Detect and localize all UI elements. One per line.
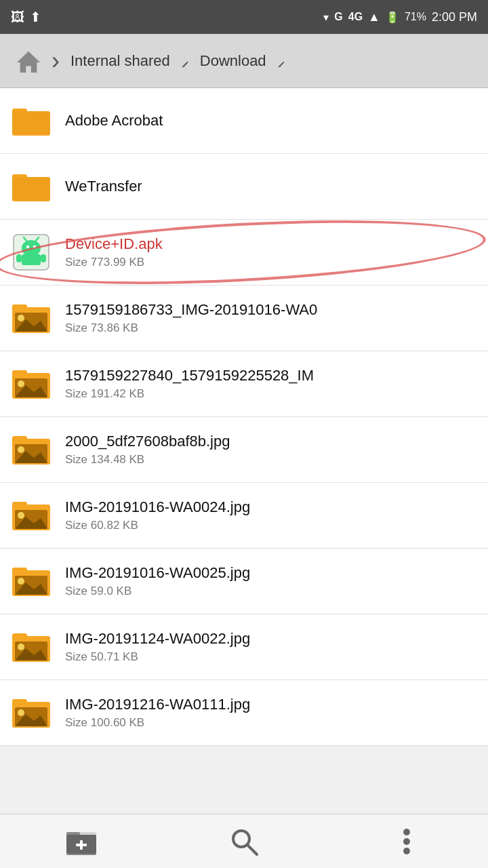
file-size: Size 50.71 KB	[65, 650, 477, 664]
svg-point-9	[26, 245, 29, 248]
file-name: IMG-20191124-WA0022.jpg	[65, 630, 477, 648]
svg-point-21	[18, 315, 24, 321]
image-folder-container	[11, 561, 52, 601]
svg-point-8	[22, 240, 41, 256]
svg-rect-6	[12, 177, 50, 200]
file-info: Device+ID.apk Size 773.99 KB	[65, 235, 477, 269]
svg-rect-17	[12, 304, 27, 311]
status-bar: 🖼 ⬆ ▾ G 4G ▲ 🔋 71% 2:00 PM	[0, 0, 488, 34]
svg-line-65	[247, 845, 257, 854]
image-folder-icon	[12, 432, 50, 467]
svg-point-68	[403, 848, 410, 854]
home-icon	[16, 48, 41, 74]
file-size: Size 59.0 KB	[65, 585, 477, 598]
svg-point-10	[33, 245, 36, 248]
list-item[interactable]: Device+ID.apk Size 773.99 KB	[0, 220, 488, 285]
file-size: Size 773.99 KB	[65, 256, 477, 269]
svg-rect-41	[12, 568, 27, 574]
svg-point-67	[403, 838, 410, 845]
breadcrumb-internal[interactable]: Internal shared	[62, 52, 178, 70]
list-item[interactable]: Adobe Acrobat	[0, 88, 488, 154]
file-size: Size 134.48 KB	[65, 453, 477, 467]
file-info: IMG-20191216-WA0111.jpg Size 100.60 KB	[65, 696, 477, 730]
breadcrumb-download[interactable]: Download	[192, 52, 274, 70]
file-info: IMG-20191124-WA0022.jpg Size 50.71 KB	[65, 630, 477, 664]
image-folder-icon	[12, 629, 50, 665]
list-item[interactable]: 1579159227840_1579159225528_IM Size 191.…	[0, 351, 488, 417]
svg-rect-13	[22, 254, 41, 265]
image-folder-container	[11, 298, 52, 338]
image-folder-container	[11, 429, 52, 470]
image-folder-container	[11, 627, 52, 667]
list-item[interactable]: 1579159186733_IMG-20191016-WA0 Size 73.8…	[0, 285, 488, 351]
file-list: Adobe Acrobat WeTransfer Device+ID.apk S…	[0, 88, 488, 746]
file-name: 1579159186733_IMG-20191016-WA0	[65, 301, 477, 319]
file-size: Size 191.42 KB	[65, 387, 477, 401]
search-icon	[229, 827, 259, 856]
file-name: WeTransfer	[65, 178, 477, 195]
file-info: 1579159186733_IMG-20191016-WA0 Size 73.8…	[65, 301, 477, 335]
svg-rect-35	[12, 502, 27, 509]
file-size: Size 60.82 KB	[65, 519, 477, 532]
time-display: 2:00 PM	[432, 10, 477, 24]
svg-rect-23	[12, 370, 27, 377]
file-info: Adobe Acrobat	[65, 112, 477, 130]
breadcrumb-bar: › Internal shared › Download ›	[0, 34, 488, 88]
svg-rect-63	[76, 844, 87, 846]
image-folder-icon	[12, 300, 50, 336]
g-signal-icon: G	[334, 11, 342, 23]
file-size: Size 100.60 KB	[65, 716, 477, 730]
image-folder-container	[11, 495, 52, 536]
file-name: IMG-20191016-WA0025.jpg	[65, 564, 477, 582]
breadcrumb-arrow-1: ›	[52, 47, 60, 75]
list-item[interactable]: IMG-20191016-WA0024.jpg Size 60.82 KB	[0, 483, 488, 549]
wifi-icon: ▾	[323, 11, 329, 24]
svg-marker-0	[17, 51, 40, 72]
image-folder-container	[11, 363, 52, 404]
list-item[interactable]: WeTransfer	[0, 154, 488, 220]
upload-icon: ⬆	[30, 9, 41, 25]
svg-point-39	[18, 512, 24, 519]
list-item[interactable]: IMG-20191016-WA0025.jpg Size 59.0 KB	[0, 549, 488, 614]
svg-point-51	[18, 644, 24, 650]
svg-rect-15	[41, 254, 46, 262]
new-folder-button[interactable]	[47, 821, 115, 862]
more-options-button[interactable]	[373, 821, 441, 862]
breadcrumb-home[interactable]	[8, 34, 49, 88]
new-folder-icon	[65, 827, 98, 856]
image-folder-icon	[12, 695, 50, 730]
svg-rect-3	[12, 111, 50, 134]
file-name: IMG-20191216-WA0111.jpg	[65, 696, 477, 713]
gallery-icon: 🖼	[11, 9, 24, 25]
file-size: Size 73.86 KB	[65, 321, 477, 335]
more-icon	[403, 827, 411, 856]
file-info: IMG-20191016-WA0025.jpg Size 59.0 KB	[65, 564, 477, 598]
svg-point-66	[403, 829, 410, 835]
folder-icon-container	[11, 100, 52, 141]
status-right: ▾ G 4G ▲ 🔋 71% 2:00 PM	[323, 10, 477, 24]
svg-rect-14	[16, 254, 22, 262]
file-info: 1579159227840_1579159225528_IM Size 191.…	[65, 367, 477, 401]
apk-icon-container	[11, 232, 52, 273]
folder-icon-container	[11, 166, 52, 207]
search-button[interactable]	[210, 821, 278, 862]
image-folder-icon	[12, 564, 50, 599]
image-folder-icon	[12, 498, 50, 533]
list-item[interactable]: IMG-20191124-WA0022.jpg Size 50.71 KB	[0, 614, 488, 680]
battery-percent: 71%	[405, 11, 426, 23]
list-item[interactable]: IMG-20191216-WA0111.jpg Size 100.60 KB	[0, 680, 488, 746]
svg-rect-53	[12, 699, 27, 706]
folder-icon	[12, 170, 50, 203]
svg-point-45	[18, 578, 24, 585]
file-name: 1579159227840_1579159225528_IM	[65, 367, 477, 384]
svg-rect-47	[12, 633, 27, 640]
image-folder-icon	[12, 366, 50, 401]
file-info: 2000_5df27608baf8b.jpg Size 134.48 KB	[65, 433, 477, 467]
bottom-toolbar	[0, 814, 488, 868]
folder-icon	[12, 104, 50, 137]
4g-icon: 4G	[348, 11, 363, 23]
list-item[interactable]: 2000_5df27608baf8b.jpg Size 134.48 KB	[0, 417, 488, 483]
file-info: IMG-20191016-WA0024.jpg Size 60.82 KB	[65, 498, 477, 532]
file-name: Device+ID.apk	[65, 235, 477, 253]
apk-icon	[12, 233, 50, 271]
